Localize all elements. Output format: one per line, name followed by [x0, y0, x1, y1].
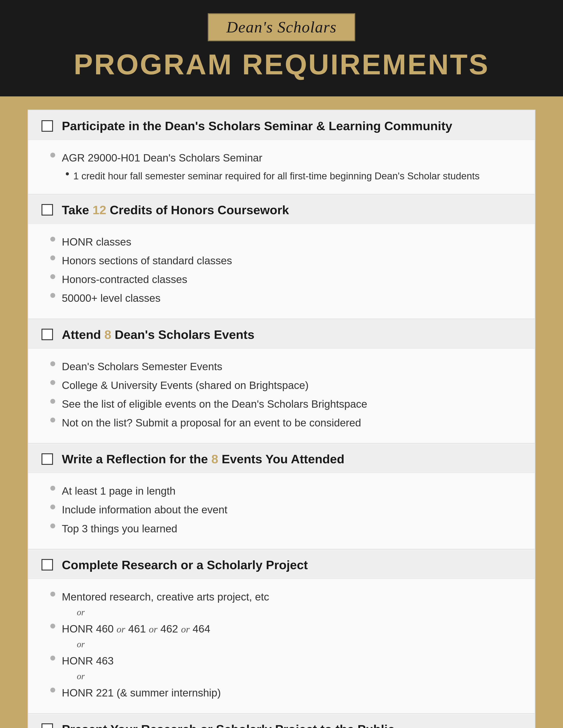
requirement-header-credits: Take 12 Credits of Honors Coursework	[28, 194, 535, 224]
bullet-dot-icon	[50, 255, 55, 260]
bullet-dot-icon	[50, 153, 55, 158]
bullet-dot-icon	[50, 592, 55, 597]
list-item: Mentored research, creative arts project…	[50, 589, 522, 604]
bullet-dot-icon	[50, 380, 55, 385]
requirement-seminar: Participate in the Dean's Scholars Semin…	[28, 110, 535, 194]
or-label: or	[77, 639, 522, 649]
list-item: Top 3 things you learned	[50, 521, 522, 536]
requirement-title-present: Present Your Research or Scholarly Proje…	[62, 722, 395, 728]
checkbox-events[interactable]	[41, 329, 53, 340]
deans-badge: Dean's Scholars	[208, 13, 355, 41]
bullet-dot-icon	[50, 656, 55, 660]
bullet-text: Top 3 things you learned	[62, 521, 177, 536]
list-item: Honors sections of standard classes	[50, 253, 522, 268]
list-item: College & University Events (shared on B…	[50, 378, 522, 393]
bullet-text: AGR 29000-H01 Dean's Scholars Seminar	[62, 150, 262, 165]
requirement-present: Present Your Research or Scholarly Proje…	[28, 714, 535, 728]
requirement-body-seminar: AGR 29000-H01 Dean's Scholars Seminar 1 …	[28, 140, 535, 194]
list-item: See the list of eligible events on the D…	[50, 397, 522, 411]
bullet-text: Not on the list? Submit a proposal for a…	[62, 415, 361, 430]
list-item: Dean's Scholars Semester Events	[50, 359, 522, 374]
requirement-body-research: Mentored research, creative arts project…	[28, 579, 535, 713]
sub-bullet-dot-icon	[66, 172, 69, 175]
or-label: or	[77, 671, 522, 681]
bullet-dot-icon	[50, 688, 55, 692]
bullet-text: Include information about the event	[62, 502, 227, 517]
list-item: At least 1 page in length	[50, 484, 522, 498]
requirement-body-events: Dean's Scholars Semester Events College …	[28, 349, 535, 443]
page-title: PROGRAM REQUIREMENTS	[74, 48, 489, 81]
bullet-text: 50000+ level classes	[62, 291, 160, 306]
list-item: AGR 29000-H01 Dean's Scholars Seminar	[50, 150, 522, 165]
bullet-text: HONR 221 (& summer internship)	[62, 685, 221, 700]
sub-list-item: 1 credit hour fall semester seminar requ…	[50, 169, 522, 183]
bullet-text: Honors sections of standard classes	[62, 253, 232, 268]
bullet-text: At least 1 page in length	[62, 484, 175, 498]
checkbox-research[interactable]	[41, 559, 53, 570]
requirement-title-reflection: Write a Reflection for the 8 Events You …	[62, 452, 345, 466]
bullet-text: HONR classes	[62, 235, 131, 249]
list-item: Not on the list? Submit a proposal for a…	[50, 415, 522, 430]
requirement-header-present: Present Your Research or Scholarly Proje…	[28, 714, 535, 728]
requirement-body-reflection: At least 1 page in length Include inform…	[28, 473, 535, 549]
bullet-dot-icon	[50, 505, 55, 509]
checkbox-reflection[interactable]	[41, 453, 53, 465]
list-item: HONR 221 (& summer internship)	[50, 685, 522, 700]
requirement-research: Complete Research or a Scholarly Project…	[28, 549, 535, 714]
list-item: HONR classes	[50, 235, 522, 249]
requirement-header-reflection: Write a Reflection for the 8 Events You …	[28, 443, 535, 473]
bullet-dot-icon	[50, 523, 55, 528]
bullet-text: College & University Events (shared on B…	[62, 378, 309, 393]
deans-scholars-title: Dean's Scholars	[226, 18, 337, 36]
requirement-title-events: Attend 8 Dean's Scholars Events	[62, 327, 254, 342]
header-section: Dean's Scholars PROGRAM REQUIREMENTS	[0, 0, 563, 96]
requirement-title-credits: Take 12 Credits of Honors Coursework	[62, 203, 289, 217]
list-item: 50000+ level classes	[50, 291, 522, 306]
list-item: HONR 460 or 461 or 462 or 464	[50, 621, 522, 636]
checkbox-present[interactable]	[41, 723, 53, 728]
bullet-text: HONR 460 or 461 or 462 or 464	[62, 621, 210, 636]
main-content: Participate in the Dean's Scholars Semin…	[28, 110, 535, 728]
bullet-dot-icon	[50, 274, 55, 279]
list-item: Include information about the event	[50, 502, 522, 517]
requirement-events: Attend 8 Dean's Scholars Events Dean's S…	[28, 319, 535, 444]
requirement-header-research: Complete Research or a Scholarly Project	[28, 549, 535, 579]
bullet-dot-icon	[50, 486, 55, 491]
bullet-text: Dean's Scholars Semester Events	[62, 359, 222, 374]
list-item: Honors-contracted classes	[50, 272, 522, 287]
requirement-header-seminar: Participate in the Dean's Scholars Semin…	[28, 110, 535, 140]
bullet-text: See the list of eligible events on the D…	[62, 397, 367, 411]
bullet-dot-icon	[50, 624, 55, 629]
bullet-text: HONR 463	[62, 653, 114, 668]
requirement-body-credits: HONR classes Honors sections of standard…	[28, 224, 535, 319]
bullet-dot-icon	[50, 237, 55, 242]
checkbox-seminar[interactable]	[41, 120, 53, 132]
list-item: HONR 463	[50, 653, 522, 668]
requirement-reflection: Write a Reflection for the 8 Events You …	[28, 443, 535, 549]
bullet-dot-icon	[50, 361, 55, 366]
checkbox-credits[interactable]	[41, 204, 53, 216]
bullet-text: Honors-contracted classes	[62, 272, 187, 287]
bullet-dot-icon	[50, 399, 55, 404]
bullet-text: Mentored research, creative arts project…	[62, 589, 269, 604]
requirement-title-seminar: Participate in the Dean's Scholars Semin…	[62, 119, 452, 133]
requirement-credits: Take 12 Credits of Honors Coursework HON…	[28, 194, 535, 319]
bullet-dot-icon	[50, 418, 55, 422]
or-label: or	[77, 607, 522, 617]
bullet-dot-icon	[50, 293, 55, 298]
requirement-header-events: Attend 8 Dean's Scholars Events	[28, 319, 535, 349]
requirement-title-research: Complete Research or a Scholarly Project	[62, 558, 308, 572]
sub-bullet-text: 1 credit hour fall semester seminar requ…	[73, 169, 480, 183]
